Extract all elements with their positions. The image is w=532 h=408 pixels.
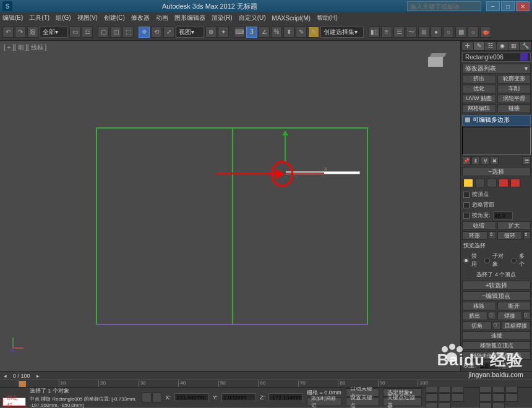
menu-group[interactable]: 组(G) bbox=[56, 14, 71, 22]
pivot-icon[interactable]: ⊕ bbox=[205, 27, 217, 38]
minimize-button[interactable]: − bbox=[486, 1, 500, 11]
chamfer-settings-icon[interactable]: □ bbox=[493, 321, 500, 329]
menu-views[interactable]: 视图(V) bbox=[77, 14, 98, 22]
selection-rollout[interactable]: − 选择 bbox=[462, 167, 531, 176]
weld-settings-icon[interactable]: □ bbox=[523, 312, 531, 320]
close-button[interactable]: ✕ bbox=[516, 1, 530, 11]
render-icon[interactable]: ☼ bbox=[468, 27, 479, 38]
preview-off-radio[interactable] bbox=[463, 258, 469, 263]
zoom-extents-icon[interactable] bbox=[479, 393, 492, 402]
edit-vertex-rollout[interactable]: − 编辑顶点 bbox=[462, 291, 531, 300]
viewport[interactable]: [ + ][ 前 ][ 线框 ] x bbox=[0, 41, 460, 371]
modifier-list-dropdown[interactable]: 修改器列表▾ bbox=[462, 64, 531, 74]
menu-help[interactable]: 帮助(H) bbox=[317, 14, 338, 22]
render-setup-icon[interactable]: ☼ bbox=[443, 27, 454, 38]
show-result-icon[interactable]: Ⅱ bbox=[471, 156, 480, 165]
move-icon[interactable]: ✥ bbox=[139, 27, 150, 38]
named-selection-dropdown[interactable]: 创建选择集 ▾ bbox=[320, 27, 364, 38]
redo-icon[interactable]: ↷ bbox=[15, 27, 26, 38]
vertex-subobj-icon[interactable] bbox=[463, 179, 473, 187]
fov-icon[interactable] bbox=[492, 393, 505, 402]
link-icon[interactable]: ⛓ bbox=[27, 27, 38, 38]
shrink-button[interactable]: 收缩 bbox=[462, 221, 496, 230]
create-tab-icon[interactable]: ✢ bbox=[462, 42, 473, 50]
object-color-swatch[interactable] bbox=[520, 53, 528, 61]
menu-custom[interactable]: 自定义(U) bbox=[239, 14, 266, 22]
mod-btn-turbosmooth[interactable]: 涡轮平滑 bbox=[497, 95, 531, 103]
schematic-icon[interactable]: ⊞ bbox=[418, 27, 429, 38]
border-subobj-icon[interactable] bbox=[487, 179, 497, 187]
ref-coord-dropdown[interactable]: 视图 ▾ bbox=[176, 27, 204, 38]
x-coord-input[interactable] bbox=[174, 393, 209, 401]
preview-multi-radio[interactable] bbox=[511, 258, 517, 263]
connect-button[interactable]: 连接 bbox=[462, 331, 531, 340]
weight-spinner[interactable] bbox=[479, 362, 499, 370]
unique-icon[interactable]: ∀ bbox=[481, 156, 489, 165]
extrude-button[interactable]: 挤出 bbox=[462, 312, 487, 320]
mod-btn-path[interactable]: 轮廓变形 bbox=[497, 75, 531, 83]
menu-maxscript[interactable]: MAXScript(M) bbox=[272, 15, 311, 22]
menu-render[interactable]: 渲染(R) bbox=[212, 14, 233, 22]
window-crossing-icon[interactable]: ⬚ bbox=[122, 27, 134, 38]
chamfer-button[interactable]: 切角 bbox=[462, 321, 492, 330]
help-search-input[interactable] bbox=[407, 1, 481, 11]
viewport-label[interactable]: [ + ][ 前 ][ 线框 ] bbox=[4, 43, 46, 52]
modifier-stack-area[interactable] bbox=[462, 127, 531, 155]
add-time-tag-button[interactable]: 添加时间标记 bbox=[307, 397, 342, 406]
modify-tab-icon[interactable]: ✎ bbox=[474, 42, 485, 50]
isolate-icon[interactable] bbox=[152, 393, 162, 402]
render-frame-icon[interactable]: ▦ bbox=[455, 27, 466, 38]
by-angle-checkbox[interactable] bbox=[463, 213, 470, 219]
time-config-icon[interactable] bbox=[452, 393, 464, 402]
curve-editor-icon[interactable]: 〜 bbox=[406, 27, 417, 38]
gizmo-y-axis[interactable] bbox=[285, 134, 286, 163]
ring-spinner[interactable]: ⇕ bbox=[489, 231, 496, 239]
weight-spin-icon[interactable]: ⇕ bbox=[501, 362, 508, 370]
y-coord-input[interactable] bbox=[221, 393, 256, 401]
maximize-button[interactable]: □ bbox=[501, 1, 515, 11]
loop-spinner[interactable]: ⇕ bbox=[523, 231, 531, 239]
render-prod-icon[interactable]: 🫖 bbox=[480, 27, 491, 38]
maximize-vp-icon[interactable] bbox=[479, 402, 492, 409]
align-icon[interactable]: ≡ bbox=[381, 27, 392, 38]
angle-spinner[interactable] bbox=[493, 211, 513, 219]
nav-spare-icon[interactable] bbox=[439, 402, 451, 409]
key-mode-icon[interactable] bbox=[426, 402, 438, 409]
extrude-settings-icon[interactable]: □ bbox=[489, 312, 496, 320]
display-tab-icon[interactable]: ▥ bbox=[508, 42, 520, 50]
element-subobj-icon[interactable] bbox=[510, 179, 520, 187]
break-button[interactable]: 断开 bbox=[497, 302, 531, 310]
select-name-icon[interactable]: ☲ bbox=[82, 27, 93, 38]
mod-btn-meshedit[interactable]: 网格编辑 bbox=[462, 104, 496, 113]
mod-btn-uvw[interactable]: UVW 贴图 bbox=[462, 95, 496, 103]
set-key-button[interactable]: 设置关键点 bbox=[346, 397, 379, 406]
time-slider[interactable]: ◂0 / 100▸ bbox=[0, 371, 532, 380]
undo-icon[interactable]: ↶ bbox=[2, 27, 14, 38]
mod-btn-optimize[interactable]: 优化 bbox=[462, 85, 496, 93]
manipulate-icon[interactable]: ✦ bbox=[218, 27, 229, 38]
loop-button[interactable]: 循环 bbox=[497, 231, 523, 240]
remove-iso-button[interactable]: 移除孤立顶点 bbox=[462, 341, 531, 350]
rectangle-object[interactable] bbox=[96, 127, 368, 325]
remove-button[interactable]: 移除 bbox=[462, 302, 496, 310]
stack-expand-icon[interactable] bbox=[465, 117, 470, 122]
soft-selection-rollout[interactable]: + 软选择 bbox=[462, 281, 531, 290]
percent-snap-icon[interactable]: % bbox=[271, 27, 282, 38]
key-filters-button[interactable]: 关键点过滤器 bbox=[383, 397, 422, 406]
edit-named-icon[interactable]: ✎ bbox=[296, 27, 307, 38]
selection-filter-dropdown[interactable]: 全部 ▾ bbox=[40, 27, 68, 38]
next-frame-icon[interactable] bbox=[426, 393, 438, 402]
menu-create[interactable]: 创建(C) bbox=[104, 14, 125, 22]
goto-end-icon[interactable] bbox=[439, 393, 451, 402]
snap-toggle-icon[interactable]: 3 bbox=[246, 27, 257, 38]
weld-button[interactable]: 焊接 bbox=[497, 312, 523, 320]
menu-edit[interactable]: 编辑(E) bbox=[2, 14, 23, 22]
motion-tab-icon[interactable]: ◉ bbox=[497, 42, 508, 50]
edge-subobj-icon[interactable] bbox=[475, 179, 485, 187]
mirror-icon[interactable]: ▮▯ bbox=[369, 27, 380, 38]
polygon-subobj-icon[interactable] bbox=[499, 179, 508, 187]
named-sel-icon[interactable]: ✎ bbox=[308, 27, 319, 38]
pin-stack-icon[interactable]: 📌 bbox=[462, 156, 471, 165]
by-vertex-checkbox[interactable] bbox=[463, 192, 470, 198]
hierarchy-tab-icon[interactable]: ☷ bbox=[485, 42, 496, 50]
